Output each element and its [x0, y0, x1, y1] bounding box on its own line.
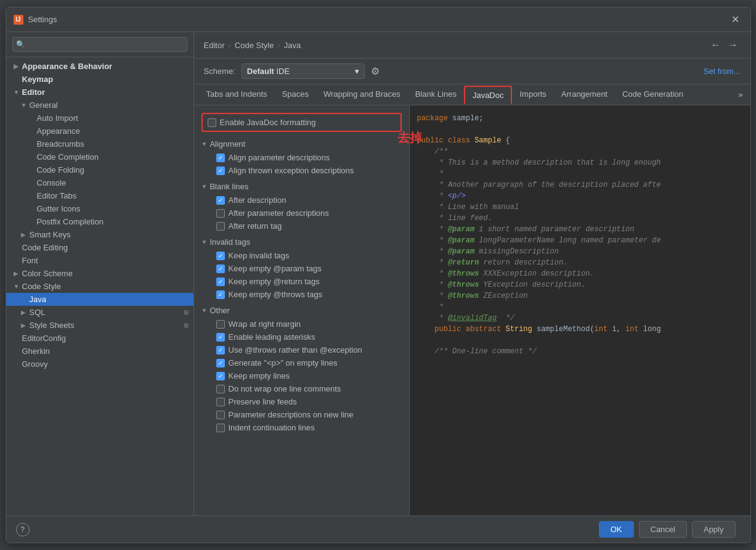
sidebar-item-code-completion[interactable]: Code Completion	[6, 150, 193, 163]
after-desc-checkbox[interactable]	[216, 196, 225, 205]
tab-wrapping[interactable]: Wrapping and Braces	[316, 84, 408, 105]
tab-blank-lines[interactable]: Blank Lines	[408, 84, 464, 105]
sidebar-item-gherkin[interactable]: Gherkin	[6, 345, 193, 358]
sidebar-item-code-style[interactable]: ▼ Code Style	[6, 280, 193, 293]
page-icon: ⊞	[184, 322, 189, 329]
code-line: * @invalidTag */	[417, 313, 743, 324]
sidebar-item-console[interactable]: Console	[6, 176, 193, 189]
align-param-checkbox[interactable]	[216, 154, 225, 162]
tab-javadoc[interactable]: JavaDoc	[464, 86, 513, 104]
sidebar: 🔍 ▶ Appearance & Behavior Keymap ▼	[6, 32, 194, 515]
sidebar-item-editor-config[interactable]: EditorConfig	[6, 332, 193, 345]
sidebar-item-groovy[interactable]: Groovy	[6, 358, 193, 371]
after-return-checkbox[interactable]	[216, 222, 225, 231]
wrap-right-margin-checkbox[interactable]	[216, 320, 225, 329]
alignment-section-header[interactable]: ▼ Alignment	[201, 139, 402, 149]
page-icon: ⊞	[184, 309, 189, 316]
enable-javadoc-checkbox[interactable]	[208, 118, 216, 127]
code-line: public abstract String sampleMethod(int …	[417, 324, 743, 335]
keep-empty-param-checkbox[interactable]	[216, 265, 225, 273]
forward-button[interactable]: →	[726, 38, 741, 52]
sidebar-item-auto-import[interactable]: Auto Import	[6, 112, 193, 125]
code-line	[417, 124, 743, 135]
wrap-right-margin-row: Wrap at right margin	[201, 318, 402, 330]
close-button[interactable]: ✕	[728, 12, 743, 27]
sidebar-item-gutter-icons[interactable]: Gutter Icons	[6, 202, 193, 215]
keep-empty-param-row: Keep empty @param tags	[201, 262, 402, 275]
sidebar-item-breadcrumbs[interactable]: Breadcrumbs	[6, 138, 193, 150]
sidebar-item-editor[interactable]: ▼ Editor	[6, 86, 193, 99]
scheme-value: Default	[247, 67, 274, 76]
tab-code-generation[interactable]: Code Generation	[615, 84, 691, 105]
code-line: * Line with manual	[417, 202, 743, 213]
annotation-overlay: 去掉	[397, 129, 422, 146]
keep-empty-throws-checkbox[interactable]	[216, 290, 225, 299]
after-param-checkbox[interactable]	[216, 209, 225, 218]
ok-button[interactable]: OK	[599, 521, 634, 538]
keep-empty-lines-checkbox[interactable]	[216, 372, 225, 380]
search-input[interactable]	[12, 37, 187, 52]
invalid-tags-section-header[interactable]: ▼ Invalid tags	[201, 237, 402, 247]
enable-leading-asterisks-checkbox[interactable]	[216, 333, 225, 342]
sidebar-item-color-scheme[interactable]: ▶ Color Scheme	[6, 267, 193, 280]
tab-tabs-indents[interactable]: Tabs and Indents	[199, 84, 275, 105]
sidebar-item-font[interactable]: Font	[6, 254, 193, 267]
indent-continuation-label: Indent continuation lines	[229, 423, 315, 432]
sidebar-item-appearance-behavior[interactable]: ▶ Appearance & Behavior	[6, 60, 193, 73]
sidebar-item-editor-tabs[interactable]: Editor Tabs	[6, 189, 193, 202]
use-throws-checkbox[interactable]	[216, 346, 225, 355]
invalid-tags-title: Invalid tags	[209, 237, 250, 247]
keep-empty-throws-label: Keep empty @throws tags	[229, 290, 323, 299]
keep-empty-lines-label: Keep empty lines	[229, 371, 290, 380]
gen-p-empty-checkbox[interactable]	[216, 359, 225, 367]
breadcrumb-editor: Editor	[204, 41, 225, 50]
sidebar-item-postfix-completion[interactable]: Postfix Completion	[6, 215, 193, 228]
search-icon: 🔍	[16, 40, 25, 49]
keep-invalid-checkbox[interactable]	[216, 252, 225, 260]
align-thrown-checkbox[interactable]	[216, 166, 225, 175]
sidebar-item-sql[interactable]: ▶ SQL ⊞	[6, 306, 193, 319]
arrow-icon: ▶	[14, 270, 22, 277]
keep-empty-return-checkbox[interactable]	[216, 277, 225, 286]
sidebar-item-smart-keys[interactable]: ▶ Smart Keys	[6, 228, 193, 241]
arrow-icon: ▶	[21, 322, 30, 329]
blank-lines-section-header[interactable]: ▼ Blank lines	[201, 182, 402, 191]
param-new-line-checkbox[interactable]	[216, 411, 225, 419]
other-title: Other	[209, 306, 230, 315]
preserve-line-feeds-checkbox[interactable]	[216, 398, 225, 406]
sidebar-item-code-editing[interactable]: Code Editing	[6, 241, 193, 254]
code-preview: package sample; public class Sample { /*…	[410, 105, 750, 515]
no-wrap-one-line-row: Do not wrap one line comments	[201, 382, 402, 395]
gear-icon[interactable]: ⚙	[371, 65, 380, 77]
sidebar-item-keymap[interactable]: Keymap	[6, 73, 193, 86]
align-param-label: Align parameter descriptions	[229, 153, 330, 162]
sidebar-item-java[interactable]: Java	[6, 293, 193, 306]
code-line: * @throws YException description.	[417, 279, 743, 290]
more-tabs-icon[interactable]: »	[736, 85, 745, 104]
sidebar-item-style-sheets[interactable]: ▶ Style Sheets ⊞	[6, 319, 193, 332]
tab-arrangement[interactable]: Arrangement	[554, 84, 615, 105]
preserve-line-feeds-label: Preserve line feeds	[229, 397, 297, 406]
sidebar-item-appearance[interactable]: Appearance	[6, 125, 193, 138]
tab-spaces[interactable]: Spaces	[275, 84, 316, 105]
help-button[interactable]: ?	[16, 523, 30, 536]
align-thrown-label: Align thrown exception descriptions	[229, 166, 354, 175]
scheme-dropdown[interactable]: Default IDE ▾	[242, 64, 365, 79]
indent-continuation-checkbox[interactable]	[216, 424, 225, 432]
code-line: *	[417, 168, 743, 179]
cancel-button[interactable]: Cancel	[639, 521, 687, 538]
keep-empty-param-label: Keep empty @param tags	[229, 264, 322, 273]
after-param-label: After parameter descriptions	[229, 208, 329, 218]
apply-button[interactable]: Apply	[692, 521, 736, 538]
section-collapse-icon: ▼	[201, 307, 208, 314]
code-line: * Another paragraph of the description p…	[417, 179, 743, 191]
enable-javadoc-row: Enable JavaDoc formatting	[201, 113, 402, 132]
back-button[interactable]: ←	[709, 38, 723, 52]
sidebar-item-general[interactable]: ▼ General	[6, 99, 193, 112]
sidebar-item-code-folding[interactable]: Code Folding	[6, 163, 193, 176]
set-from-link[interactable]: Set from...	[704, 67, 741, 76]
tab-imports[interactable]: Imports	[512, 84, 553, 105]
other-section-header[interactable]: ▼ Other	[201, 306, 402, 315]
scheme-suffix: IDE	[277, 67, 290, 76]
no-wrap-one-line-checkbox[interactable]	[216, 385, 225, 393]
